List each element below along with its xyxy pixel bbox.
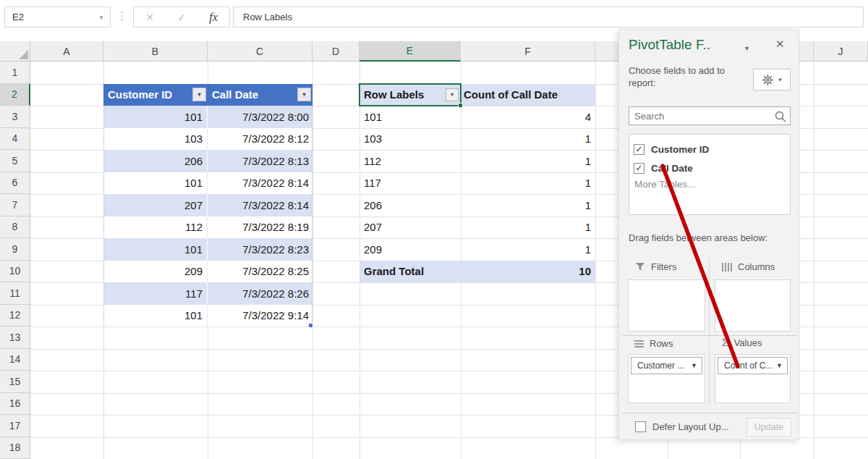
pivot-row-count[interactable]: 1 <box>461 150 595 172</box>
filters-area-header: Filters <box>635 261 676 272</box>
cell[interactable]: 206 <box>103 150 208 172</box>
tools-button[interactable]: ▾ <box>753 69 791 90</box>
row-header-4[interactable]: 4 <box>0 128 30 151</box>
pivot-header-row-labels[interactable]: Row Labels▾ <box>359 84 461 106</box>
table-resize-handle[interactable] <box>308 323 313 328</box>
table-header-call-date[interactable]: Call Date▾ <box>208 84 312 106</box>
row-header-1[interactable]: 1 <box>0 62 30 84</box>
cell[interactable]: 7/3/2022 9:14 <box>208 305 312 327</box>
cell[interactable]: 117 <box>103 282 208 305</box>
row-header-9[interactable]: 9 <box>0 238 30 261</box>
filter-dropdown-icon[interactable]: ▾ <box>192 88 206 101</box>
insert-function-icon[interactable]: fx <box>209 11 218 24</box>
name-box[interactable]: E2 ▾ <box>4 7 111 28</box>
row-header-8[interactable]: 8 <box>0 216 30 239</box>
column-header-C[interactable]: C <box>208 41 312 62</box>
pivot-header-count[interactable]: Count of Call Date <box>461 84 595 106</box>
cell[interactable]: 101 <box>103 238 208 261</box>
excel-window: { "formula_bar": { "name_box": "E2", "co… <box>0 0 868 459</box>
pivot-row-count[interactable]: 1 <box>461 172 595 195</box>
pivot-row-label[interactable]: 117 <box>359 172 461 195</box>
row-header-10[interactable]: 10 <box>0 261 30 283</box>
pivot-row-count[interactable]: 4 <box>461 106 595 128</box>
pivot-row-count[interactable]: 1 <box>461 238 595 261</box>
pill-caret-icon[interactable]: ▼ <box>691 362 697 369</box>
field-item[interactable]: ✓Call Date <box>634 159 790 177</box>
search-input[interactable] <box>629 107 774 125</box>
cell[interactable]: 103 <box>103 128 208 151</box>
columns-drop-area[interactable] <box>715 279 791 332</box>
pivot-row-label[interactable]: 101 <box>359 106 461 128</box>
fill-handle[interactable] <box>458 103 463 108</box>
column-header-F[interactable]: F <box>461 41 595 62</box>
cell[interactable]: 7/3/2022 8:13 <box>208 150 312 172</box>
defer-layout-checkbox[interactable] <box>635 421 646 432</box>
values-area-header: Σ Values <box>722 337 762 348</box>
row-header-13[interactable]: 13 <box>0 327 30 349</box>
cell[interactable]: 7/3/2022 8:19 <box>208 216 312 239</box>
pane-close-icon[interactable]: ✕ <box>775 38 785 51</box>
row-header-2[interactable]: 2 <box>0 84 30 106</box>
pivot-row-label[interactable]: 209 <box>359 238 461 261</box>
column-header-J[interactable]: J <box>814 41 868 62</box>
checkbox-checked[interactable]: ✓ <box>634 144 644 155</box>
row-header-14[interactable]: 14 <box>0 349 30 371</box>
cell[interactable]: 7/3/2022 8:23 <box>208 238 312 261</box>
row-header-7[interactable]: 7 <box>0 194 30 216</box>
pivot-row-label[interactable]: 207 <box>359 216 461 239</box>
field-item[interactable]: ✓Customer ID <box>634 140 790 159</box>
row-header-11[interactable]: 11 <box>0 282 30 305</box>
row-header-3[interactable]: 3 <box>0 106 30 128</box>
pane-title: PivotTable F.. <box>629 37 710 53</box>
pivot-row-label[interactable]: 206 <box>359 194 461 216</box>
cell[interactable]: 112 <box>103 216 208 239</box>
column-header-B[interactable]: B <box>103 41 208 62</box>
column-header-D[interactable]: D <box>312 41 359 62</box>
cancel-icon[interactable]: ✕ <box>145 12 154 23</box>
cell[interactable]: 101 <box>103 305 208 327</box>
cell[interactable]: 7/3/2022 8:14 <box>208 172 312 195</box>
select-all-corner[interactable] <box>0 41 30 62</box>
formula-input[interactable]: Row Labels <box>233 7 864 28</box>
filter-dropdown-icon[interactable]: ▾ <box>297 88 311 101</box>
cell[interactable]: 207 <box>103 194 208 216</box>
row-header-18[interactable]: 18 <box>0 437 30 459</box>
cell[interactable]: 7/3/2022 8:26 <box>208 282 312 305</box>
search-box <box>629 106 791 125</box>
table-header-customer-id[interactable]: Customer ID▾ <box>103 84 208 106</box>
pivot-row-count[interactable]: 1 <box>461 194 595 216</box>
row-header-6[interactable]: 6 <box>0 172 30 195</box>
cell[interactable]: 101 <box>103 106 208 128</box>
pivot-row-count[interactable]: 1 <box>461 128 595 151</box>
row-header-12[interactable]: 12 <box>0 305 30 327</box>
row-header-16[interactable]: 16 <box>0 393 30 416</box>
pivot-row-label[interactable]: 103 <box>359 128 461 151</box>
cell[interactable]: 7/3/2022 8:12 <box>208 128 312 151</box>
rows-field-pill[interactable]: Customer ... ▼ <box>631 357 702 374</box>
cell[interactable]: 7/3/2022 8:25 <box>208 261 312 283</box>
pivot-row-count[interactable]: 1 <box>461 216 595 239</box>
checkbox-checked[interactable]: ✓ <box>634 163 644 174</box>
cell[interactable]: 7/3/2022 8:14 <box>208 194 312 216</box>
name-box-caret-icon[interactable]: ▾ <box>93 14 110 21</box>
more-tables-link[interactable]: More Tables... <box>634 179 696 190</box>
row-labels-dropdown-icon[interactable]: ▾ <box>446 88 459 101</box>
row-header-15[interactable]: 15 <box>0 371 30 393</box>
row-header-5[interactable]: 5 <box>0 150 30 172</box>
cell[interactable]: 7/3/2022 8:00 <box>208 106 312 128</box>
search-icon[interactable] <box>774 110 787 123</box>
pivot-grand-total-label[interactable]: Grand Total <box>359 261 461 283</box>
enter-icon[interactable]: ✓ <box>177 12 186 23</box>
cell[interactable]: 209 <box>103 261 208 283</box>
pill-caret-icon[interactable]: ▼ <box>776 362 783 369</box>
row-header-17[interactable]: 17 <box>0 415 30 437</box>
pivot-grand-total-value[interactable]: 10 <box>461 261 595 283</box>
cell[interactable]: 101 <box>103 172 208 195</box>
update-button[interactable]: Update <box>746 418 791 437</box>
column-header-A[interactable]: A <box>30 41 103 62</box>
column-header-E[interactable]: E <box>359 41 461 62</box>
values-field-pill[interactable]: Count of C... ▼ <box>718 357 788 374</box>
pane-options-caret-icon[interactable]: ▾ <box>745 44 749 52</box>
filters-drop-area[interactable] <box>628 279 705 332</box>
pivot-row-label[interactable]: 112 <box>359 150 461 172</box>
